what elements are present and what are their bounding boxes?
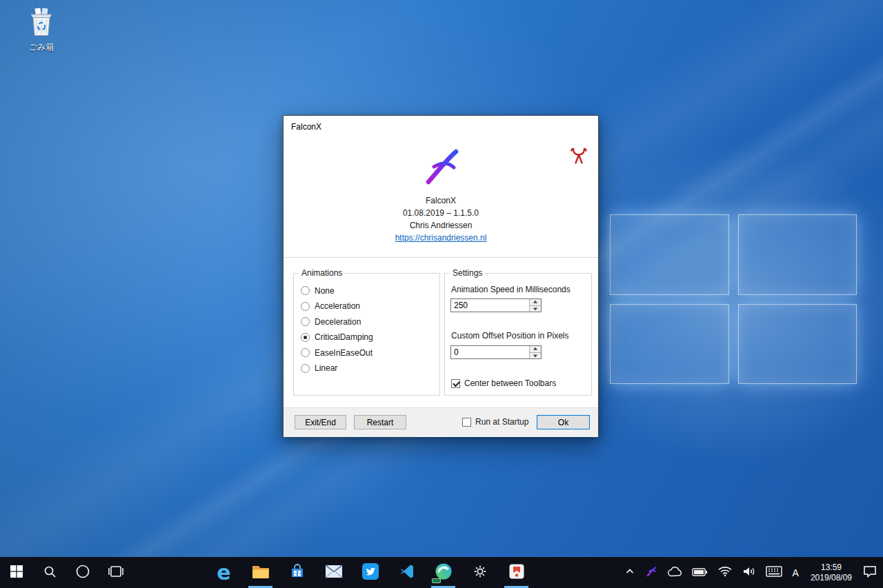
- animations-group-label: Animations: [299, 268, 345, 278]
- battery-button[interactable]: [687, 557, 713, 588]
- version-text: 01.08.2019 – 1.1.5.0: [284, 208, 598, 218]
- store-button[interactable]: [279, 557, 315, 588]
- radio-dot[interactable]: [301, 348, 310, 357]
- edge-button[interactable]: e: [206, 557, 242, 588]
- volume-button[interactable]: [737, 557, 761, 588]
- radio-dot[interactable]: [301, 302, 310, 311]
- media-app-icon: [508, 563, 525, 582]
- keyboard-icon: [766, 566, 782, 580]
- radio-acceleration[interactable]: Acceleration: [301, 301, 439, 312]
- radio-none[interactable]: None: [301, 285, 439, 296]
- desktop: ごみ箱 FalconX: [0, 0, 883, 588]
- file-explorer-button[interactable]: [242, 557, 279, 588]
- task-view-icon: [108, 565, 123, 580]
- falconx-tray-button[interactable]: [640, 557, 662, 588]
- cortana-button[interactable]: [66, 557, 99, 588]
- recycle-bin-icon[interactable]: [26, 28, 57, 39]
- network-button[interactable]: [713, 557, 737, 588]
- checkbox-box[interactable]: [462, 418, 471, 427]
- taskbar-clock[interactable]: 13:59 2019/08/09: [804, 562, 858, 583]
- edge-icon: e: [217, 562, 230, 583]
- store-icon: [289, 563, 306, 582]
- run-at-startup-checkbox[interactable]: Run at Startup: [462, 417, 528, 427]
- clock-date: 2019/08/09: [811, 573, 852, 583]
- spin-up-button[interactable]: [530, 346, 541, 352]
- ime-indicator[interactable]: A: [787, 567, 804, 578]
- falconx-dialog: FalconX: [283, 115, 599, 437]
- chevron-up-icon: [624, 566, 635, 580]
- author-link-row: https://chrisandriessen.nl: [284, 233, 598, 243]
- start-button[interactable]: [0, 557, 33, 588]
- settings-button[interactable]: [462, 557, 498, 588]
- dialog-separator: [284, 257, 598, 258]
- windows-start-icon: [10, 565, 23, 580]
- spinner: [529, 346, 541, 358]
- restart-button[interactable]: Restart: [354, 415, 406, 429]
- recycle-bin-label: ごみ箱: [17, 41, 66, 53]
- dialog-titlebar[interactable]: FalconX: [284, 116, 598, 137]
- exit-button[interactable]: Exit/End: [295, 415, 346, 429]
- ok-button[interactable]: Ok: [537, 415, 590, 429]
- vscode-button[interactable]: [388, 557, 425, 588]
- radio-label: EaseInEaseOut: [315, 348, 373, 358]
- mail-button[interactable]: [315, 557, 352, 588]
- radio-label: CriticalDamping: [315, 332, 373, 342]
- touch-keyboard-button[interactable]: [761, 557, 787, 588]
- spinner: [529, 299, 541, 312]
- recycle-bin[interactable]: ごみ箱: [17, 7, 66, 53]
- taskbar-left-cluster: [0, 557, 132, 588]
- task-view-button[interactable]: [99, 557, 132, 588]
- clock-time: 13:59: [811, 562, 852, 573]
- custom-offset-field: [450, 345, 542, 359]
- onedrive-button[interactable]: [662, 557, 687, 588]
- radio-criticaldamping[interactable]: CriticalDamping: [301, 332, 439, 343]
- center-between-toolbars-checkbox[interactable]: Center between Toolbars: [451, 378, 556, 388]
- animation-speed-label: Animation Speed in Milliseconds: [451, 285, 571, 294]
- taskbar-app-icons: e: [206, 557, 535, 588]
- radio-deceleration[interactable]: Deceleration: [301, 316, 439, 327]
- settings-group-label: Settings: [450, 268, 485, 278]
- action-center-icon: [863, 565, 877, 580]
- twitter-icon: [361, 562, 379, 583]
- custom-offset-input[interactable]: [450, 345, 542, 359]
- hidden-icons-button[interactable]: [619, 557, 640, 588]
- radio-dot[interactable]: [301, 333, 310, 342]
- app-name-text: FalconX: [284, 196, 598, 205]
- search-icon: [43, 565, 57, 581]
- author-link[interactable]: https://chrisandriessen.nl: [395, 233, 487, 243]
- file-explorer-icon: [252, 564, 270, 582]
- animations-groupbox: Animations None Acceleration Deceleratio…: [293, 273, 440, 396]
- dev-badge-icon: [432, 578, 441, 583]
- cloud-icon: [667, 566, 682, 580]
- gear-icon: [472, 563, 488, 582]
- media-app-button[interactable]: [498, 557, 535, 588]
- radio-label: Linear: [315, 363, 337, 373]
- falconx-tray-icon: [645, 565, 657, 580]
- radio-linear[interactable]: Linear: [301, 363, 439, 374]
- twitter-button[interactable]: [352, 557, 388, 588]
- taskbar: e: [0, 557, 883, 588]
- animation-speed-field: [450, 298, 542, 312]
- action-center-button[interactable]: [858, 557, 882, 588]
- spin-up-button[interactable]: [530, 299, 541, 305]
- speaker-icon: [742, 565, 756, 580]
- radio-dot[interactable]: [301, 317, 310, 326]
- author-brand-icon: [570, 147, 588, 165]
- radio-dot[interactable]: [301, 364, 310, 373]
- dialog-footer: Exit/End Restart Run at Startup Ok: [284, 407, 598, 437]
- spin-down-button[interactable]: [530, 352, 541, 359]
- spin-down-button[interactable]: [530, 305, 541, 312]
- animation-speed-input[interactable]: [450, 298, 542, 312]
- radio-label: None: [315, 286, 335, 296]
- battery-icon: [692, 567, 708, 579]
- search-button[interactable]: [33, 557, 66, 588]
- falconx-logo-icon: [417, 148, 466, 186]
- edge-dev-button[interactable]: [425, 557, 462, 588]
- wifi-icon: [717, 565, 733, 580]
- radio-easeineaseout[interactable]: EaseInEaseOut: [301, 347, 439, 358]
- radio-dot[interactable]: [301, 286, 310, 295]
- checkbox-label: Run at Startup: [475, 417, 528, 427]
- cortana-icon: [75, 564, 90, 582]
- vscode-icon: [399, 563, 415, 582]
- checkbox-box[interactable]: [451, 379, 460, 388]
